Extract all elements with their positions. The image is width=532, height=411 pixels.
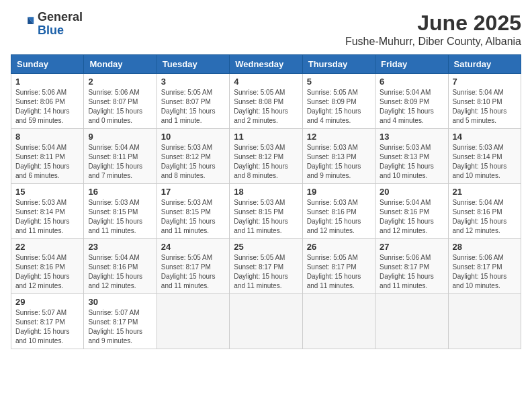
calendar-cell: 17Sunrise: 5:03 AMSunset: 8:15 PMDayligh… (157, 184, 229, 239)
calendar-cell: 29Sunrise: 5:07 AMSunset: 8:17 PMDayligh… (11, 294, 84, 349)
day-number: 6 (380, 77, 443, 87)
day-info: Sunrise: 5:03 AMSunset: 8:15 PMDaylight:… (161, 198, 225, 236)
day-number: 18 (234, 187, 298, 197)
calendar-cell: 11Sunrise: 5:03 AMSunset: 8:12 PMDayligh… (230, 129, 302, 184)
calendar-cell: 18Sunrise: 5:03 AMSunset: 8:15 PMDayligh… (230, 184, 302, 239)
calendar-cell: 25Sunrise: 5:05 AMSunset: 8:17 PMDayligh… (230, 239, 302, 294)
day-number: 9 (88, 132, 152, 142)
calendar-cell: 15Sunrise: 5:03 AMSunset: 8:14 PMDayligh… (11, 184, 84, 239)
day-number: 23 (88, 242, 152, 252)
day-number: 26 (307, 242, 371, 252)
day-info: Sunrise: 5:06 AMSunset: 8:06 PMDaylight:… (15, 88, 79, 126)
day-number: 12 (307, 132, 371, 142)
calendar-cell: 3Sunrise: 5:05 AMSunset: 8:07 PMDaylight… (157, 74, 229, 129)
day-number: 22 (15, 242, 79, 252)
calendar-cell: 1Sunrise: 5:06 AMSunset: 8:06 PMDaylight… (11, 74, 84, 129)
calendar-cell: 28Sunrise: 5:06 AMSunset: 8:17 PMDayligh… (448, 239, 521, 294)
weekday-header-wednesday: Wednesday (230, 55, 302, 74)
day-number: 8 (15, 132, 79, 142)
day-info: Sunrise: 5:05 AMSunset: 8:09 PMDaylight:… (307, 88, 371, 126)
day-info: Sunrise: 5:04 AMSunset: 8:16 PMDaylight:… (380, 198, 443, 236)
day-info: Sunrise: 5:03 AMSunset: 8:15 PMDaylight:… (234, 198, 298, 236)
calendar-cell: 20Sunrise: 5:04 AMSunset: 8:16 PMDayligh… (375, 184, 448, 239)
day-info: Sunrise: 5:04 AMSunset: 8:16 PMDaylight:… (15, 253, 79, 291)
weekday-header-friday: Friday (375, 55, 448, 74)
logo-blue-text: Blue (38, 24, 83, 38)
calendar-cell (375, 294, 448, 349)
calendar-cell: 10Sunrise: 5:03 AMSunset: 8:12 PMDayligh… (157, 129, 229, 184)
day-info: Sunrise: 5:07 AMSunset: 8:17 PMDaylight:… (88, 308, 152, 346)
calendar-cell: 2Sunrise: 5:06 AMSunset: 8:07 PMDaylight… (84, 74, 157, 129)
calendar-cell: 6Sunrise: 5:04 AMSunset: 8:09 PMDaylight… (375, 74, 448, 129)
day-info: Sunrise: 5:03 AMSunset: 8:12 PMDaylight:… (161, 143, 225, 181)
month-title: June 2025 (345, 11, 521, 36)
calendar-cell: 19Sunrise: 5:03 AMSunset: 8:16 PMDayligh… (302, 184, 375, 239)
logo: General Blue (11, 11, 83, 38)
day-info: Sunrise: 5:06 AMSunset: 8:17 PMDaylight:… (453, 253, 517, 291)
calendar-week-row: 22Sunrise: 5:04 AMSunset: 8:16 PMDayligh… (11, 239, 521, 294)
calendar-cell: 14Sunrise: 5:03 AMSunset: 8:14 PMDayligh… (448, 129, 521, 184)
day-number: 21 (453, 187, 517, 197)
day-number: 14 (453, 132, 517, 142)
header: General Blue June 2025 Fushe-Muhurr, Dib… (11, 11, 521, 48)
calendar-cell: 21Sunrise: 5:04 AMSunset: 8:16 PMDayligh… (448, 184, 521, 239)
day-info: Sunrise: 5:05 AMSunset: 8:07 PMDaylight:… (161, 88, 225, 126)
day-info: Sunrise: 5:03 AMSunset: 8:14 PMDaylight:… (15, 198, 79, 236)
calendar-cell: 5Sunrise: 5:05 AMSunset: 8:09 PMDaylight… (302, 74, 375, 129)
day-number: 30 (88, 297, 152, 307)
day-info: Sunrise: 5:03 AMSunset: 8:13 PMDaylight:… (307, 143, 371, 181)
day-number: 11 (234, 132, 298, 142)
day-number: 20 (380, 187, 443, 197)
calendar-cell: 24Sunrise: 5:05 AMSunset: 8:17 PMDayligh… (157, 239, 229, 294)
day-number: 19 (307, 187, 371, 197)
calendar-cell: 27Sunrise: 5:06 AMSunset: 8:17 PMDayligh… (375, 239, 448, 294)
calendar-cell (448, 294, 521, 349)
calendar-cell: 30Sunrise: 5:07 AMSunset: 8:17 PMDayligh… (84, 294, 157, 349)
day-info: Sunrise: 5:03 AMSunset: 8:14 PMDaylight:… (453, 143, 517, 181)
weekday-header-tuesday: Tuesday (157, 55, 229, 74)
day-info: Sunrise: 5:04 AMSunset: 8:11 PMDaylight:… (88, 143, 152, 181)
calendar-week-row: 15Sunrise: 5:03 AMSunset: 8:14 PMDayligh… (11, 184, 521, 239)
day-number: 24 (161, 242, 225, 252)
day-info: Sunrise: 5:03 AMSunset: 8:16 PMDaylight:… (307, 198, 371, 236)
calendar-cell: 9Sunrise: 5:04 AMSunset: 8:11 PMDaylight… (84, 129, 157, 184)
day-info: Sunrise: 5:05 AMSunset: 8:17 PMDaylight:… (234, 253, 298, 291)
generalblue-logo-icon (11, 12, 35, 36)
day-number: 28 (453, 242, 517, 252)
day-info: Sunrise: 5:05 AMSunset: 8:08 PMDaylight:… (234, 88, 298, 126)
weekday-header-row: SundayMondayTuesdayWednesdayThursdayFrid… (11, 55, 521, 74)
day-number: 7 (453, 77, 517, 87)
calendar-cell: 23Sunrise: 5:04 AMSunset: 8:16 PMDayligh… (84, 239, 157, 294)
day-number: 27 (380, 242, 443, 252)
location-subtitle: Fushe-Muhurr, Diber County, Albania (345, 36, 521, 48)
weekday-header-monday: Monday (84, 55, 157, 74)
calendar-cell: 26Sunrise: 5:05 AMSunset: 8:17 PMDayligh… (302, 239, 375, 294)
day-info: Sunrise: 5:04 AMSunset: 8:16 PMDaylight:… (453, 198, 517, 236)
calendar-table: SundayMondayTuesdayWednesdayThursdayFrid… (11, 54, 521, 349)
day-number: 15 (15, 187, 79, 197)
day-info: Sunrise: 5:06 AMSunset: 8:07 PMDaylight:… (88, 88, 152, 126)
day-number: 1 (15, 77, 79, 87)
weekday-header-saturday: Saturday (448, 55, 521, 74)
day-number: 2 (88, 77, 152, 87)
calendar-week-row: 1Sunrise: 5:06 AMSunset: 8:06 PMDaylight… (11, 74, 521, 129)
calendar-week-row: 29Sunrise: 5:07 AMSunset: 8:17 PMDayligh… (11, 294, 521, 349)
day-info: Sunrise: 5:04 AMSunset: 8:09 PMDaylight:… (380, 88, 443, 126)
calendar-cell: 12Sunrise: 5:03 AMSunset: 8:13 PMDayligh… (302, 129, 375, 184)
day-info: Sunrise: 5:03 AMSunset: 8:13 PMDaylight:… (380, 143, 443, 181)
day-number: 17 (161, 187, 225, 197)
weekday-header-sunday: Sunday (11, 55, 84, 74)
calendar-cell: 8Sunrise: 5:04 AMSunset: 8:11 PMDaylight… (11, 129, 84, 184)
day-info: Sunrise: 5:03 AMSunset: 8:15 PMDaylight:… (88, 198, 152, 236)
day-info: Sunrise: 5:03 AMSunset: 8:12 PMDaylight:… (234, 143, 298, 181)
day-info: Sunrise: 5:06 AMSunset: 8:17 PMDaylight:… (380, 253, 443, 291)
title-area: June 2025 Fushe-Muhurr, Diber County, Al… (345, 11, 521, 48)
day-info: Sunrise: 5:05 AMSunset: 8:17 PMDaylight:… (307, 253, 371, 291)
day-number: 5 (307, 77, 371, 87)
day-number: 10 (161, 132, 225, 142)
calendar-week-row: 8Sunrise: 5:04 AMSunset: 8:11 PMDaylight… (11, 129, 521, 184)
day-number: 3 (161, 77, 225, 87)
day-info: Sunrise: 5:04 AMSunset: 8:10 PMDaylight:… (453, 88, 517, 126)
calendar-cell (230, 294, 302, 349)
weekday-header-thursday: Thursday (302, 55, 375, 74)
